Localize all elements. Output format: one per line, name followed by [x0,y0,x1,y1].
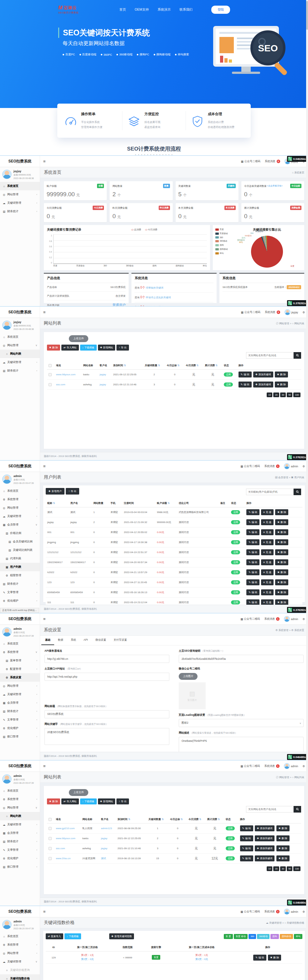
toolbar-button[interactable]: ✚新增网站 [98,345,116,350]
sidebar-item[interactable]: ⚙系统管理‹ [0,795,40,803]
sidebar-item[interactable]: ◎网站管理∨ [0,341,40,350]
client-link[interactable]: admin123 [101,827,112,830]
qr-link[interactable]: ▦公众号二维码 [241,160,260,163]
messages-link[interactable]: 系统消息1 [264,465,279,468]
recharge-button[interactable]: ¥充 值 [261,539,273,545]
edit-button[interactable]: ✎编 辑 [246,559,259,565]
toolbar-button[interactable]: ⇄批量导入 [46,933,63,939]
column-header[interactable]: 今日消费⇅ [184,361,203,370]
delete-button[interactable]: ✖删 除 [275,382,288,388]
checkbox-header[interactable] [47,815,54,824]
page-size-button[interactable]: 10 [267,393,272,397]
delete-button[interactable]: ✖删 除 [275,549,288,555]
engine-filter-badge[interactable]: 搜狗 [270,934,279,939]
column-header[interactable]: 网站名称 [81,815,100,824]
settings-tab[interactable]: 微信设置 [92,636,110,645]
column-header[interactable]: 关键词数量⇅ [143,361,165,370]
add-keyword-button[interactable]: ✚添加关键词 [255,856,275,861]
domain-link[interactable]: sss.com [56,847,65,850]
delete-button[interactable]: ✖删 除 [276,856,289,861]
messages-link[interactable]: 系统消息1 [264,910,279,914]
admin-brand[interactable]: SEO扣费系统 [0,760,40,772]
upload-file-button[interactable]: 上传文件 [69,789,88,796]
edit-button[interactable]: ✎编 辑 [253,955,267,961]
admin-brand[interactable]: SEO扣费系统 [0,906,40,917]
sidebar-item[interactable]: ⚙优化维护‹ [0,854,40,862]
pie-legend-item[interactable]: 百度移动 [215,232,232,235]
column-header[interactable]: 关键词数量⇅ [147,815,168,824]
qr-link[interactable]: ▦公众号二维码 [241,310,260,314]
toolbar-button[interactable]: ⇄导入网站 [61,799,79,804]
login-button[interactable]: 登陆 [211,6,230,14]
search-input[interactable] [246,806,294,813]
edit-button[interactable]: ✎编 辑 [246,539,259,545]
recharge-button[interactable]: ¥充 值 [261,529,273,535]
user-menu[interactable]: admin [284,616,298,622]
checkbox-header[interactable] [47,361,54,370]
hamburger-icon[interactable]: ≡ [43,764,46,768]
nav-link[interactable]: 联系我们 [179,8,192,12]
sidebar-item[interactable]: ▦会员管理‹ [0,829,40,837]
sidebar-item[interactable]: ▣用户列表 [0,563,40,571]
admin-brand[interactable]: SEO扣费系统 [0,156,40,167]
page-size-button[interactable]: 15 [273,866,279,871]
domain-link[interactable]: www.gyl210.com [56,827,75,830]
search-button[interactable] [294,352,301,359]
scrollbar-thumb[interactable] [306,1,308,30]
site-keywords-textarea[interactable]: 20速SEO扣费系统 [44,728,169,745]
hamburger-icon[interactable]: ≡ [43,909,46,914]
delete-button[interactable]: ✖删 除 [268,955,281,961]
nav-link[interactable]: 首页 [119,8,126,12]
user-menu[interactable]: admin [284,763,298,769]
pie-legend-item[interactable]: 百度 [215,228,232,231]
recharge-button[interactable]: ¥充 值 [261,549,273,555]
column-header[interactable]: 备注 [219,499,229,508]
gear-icon[interactable]: ⚙ [302,617,305,620]
delete-button[interactable]: ✖删 除 [275,539,288,545]
sidebar-item[interactable]: ⌂系统首页 [0,182,40,190]
sidebar-item[interactable]: ⚙配置管理‹ [0,665,40,673]
add-keyword-button[interactable]: ✚添加关键词 [253,382,273,388]
delete-button[interactable]: ✖删 除 [276,835,289,842]
sidebar-item[interactable]: ○网站列表 [0,812,40,820]
hamburger-icon[interactable]: ≡ [43,159,46,164]
sidebar-item[interactable]: ⚙系统管理‹ [0,940,40,949]
sidebar-item[interactable]: ▤财务统计‹ [0,837,40,846]
column-header[interactable]: 域名 [54,361,82,370]
sort-icon[interactable]: ⇅ [53,502,55,504]
sidebar-item[interactable]: ◎网站管理‹ [0,190,40,199]
domain-link[interactable]: www.20su.cn [56,857,70,860]
sidebar-item[interactable]: ○关键词价格查询 [0,966,40,974]
sidebar-item[interactable]: ⌂系统首页 [0,487,40,495]
pie-legend-item[interactable]: 360 [215,236,232,239]
column-header[interactable]: 添加时间⇅ [116,815,147,824]
toolbar-button[interactable]: ↑导 出 [116,345,129,350]
toolbar-button[interactable]: ✖删 除 [47,799,60,804]
toolbar-button[interactable]: ✚新增用户 [46,488,65,495]
edit-button[interactable]: ✎编 辑 [246,519,259,525]
sidebar-item[interactable]: ◎网站管理‹ [0,504,40,512]
pie-legend-item[interactable]: 360移动 [215,240,232,243]
user-menu[interactable]: admin [284,908,298,915]
edit-button[interactable]: ✎编 辑 [240,845,253,851]
recharge-button[interactable]: ¥充 值 [261,579,273,585]
delete-button[interactable]: ✖删 除 [275,579,288,585]
sidebar-item[interactable]: ✎文章管理‹ [0,588,40,597]
settings-tab[interactable]: 基础 [41,636,54,645]
sidebar-item[interactable]: ✎文章管理‹ [0,716,40,724]
sidebar-item[interactable]: ☁关键词管理‹ [0,820,40,829]
sort-icon[interactable]: ⇅ [124,364,126,367]
column-header[interactable]: 第一页/第二页成本价格 [170,943,233,951]
delete-button[interactable]: ✖删 除 [276,845,289,851]
toolbar-button[interactable]: ↓下载模板 [80,799,97,804]
delete-button[interactable]: ✖删 除 [276,826,289,831]
column-header[interactable]: 操作 [237,361,301,370]
column-header[interactable]: 优化公司 [177,499,219,508]
sidebar-item[interactable]: ▤财务统计‹ [0,207,40,216]
gear-icon[interactable]: ⚙ [302,465,305,468]
page-size-button[interactable]: 10 [267,866,272,871]
detail-link[interactable]: <点击查看详情> [267,185,283,188]
api-domain-input[interactable] [44,655,169,663]
column-header[interactable]: 状态 [229,499,245,508]
user-menu[interactable]: admin [284,463,298,469]
